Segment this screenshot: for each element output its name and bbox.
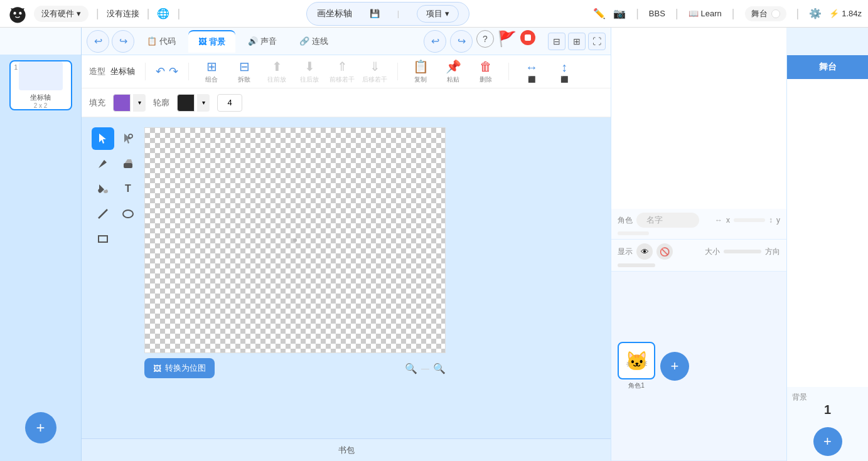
canvas-center-dot [293,238,297,242]
tool-row3: T [92,178,139,200]
zoom-out-button[interactable]: 🔍 [405,363,417,374]
convert-icon: 🖼 [153,364,161,373]
paste-button[interactable]: 📌 粘贴 [441,59,466,84]
line-tool[interactable] [92,203,114,225]
connect-label: 没有连接 [107,8,139,19]
tab-connect[interactable]: 🔗 连线 [289,31,338,52]
battery-display: ⚡ 1.84z [829,9,862,18]
ungroup-button[interactable]: ⊟ 拆散 [232,59,257,84]
zoom-in-button[interactable]: 🔍 [433,363,446,374]
node-tool[interactable] [117,127,139,150]
stage-tab[interactable]: 舞台 [787,55,868,79]
y-value[interactable] [618,231,649,235]
text-tool[interactable]: T [117,178,139,200]
tool-row4 [92,203,139,225]
redo-button[interactable]: ↪ [112,30,134,53]
convert-button[interactable]: 🖼 转换为位图 [144,358,215,378]
bottom-bar: 书包 [82,438,611,461]
sprite-item-1[interactable]: 🐱 角色1 [618,342,655,390]
copy-button[interactable]: 📋 复制 [408,59,433,84]
topbar: 没有硬件 ▾ | 没有连接 | 🌐 | 画坐标轴 💾 | 项目 ▾ ✏️ 📷 |… [0,0,868,28]
group-button[interactable]: ⊞ 组合 [199,59,224,84]
svg-rect-7 [99,236,107,242]
tab-code[interactable]: 📋 代码 [137,31,186,52]
bg-sprite-thumb[interactable]: 1 坐标轴 2 x 2 [9,60,72,110]
forward-label: 往前放 [267,75,286,84]
pen-icon[interactable]: ✏️ [593,8,606,19]
flip-right-button[interactable]: ↷ [169,65,178,78]
help-button[interactable]: ? [476,30,494,48]
backward-button[interactable]: ⬇ 往后放 [297,59,322,84]
eraser-tool[interactable] [117,152,139,175]
fill-color-swatch[interactable] [113,94,131,112]
ellipse-tool[interactable] [117,203,139,225]
redo-button2[interactable]: ↪ [450,30,473,53]
learn-label: Learn [701,9,722,18]
backward-label: 往后放 [300,75,319,84]
add-sprite-button-right[interactable]: + [660,352,689,381]
size-value[interactable] [724,250,761,253]
tab-sound[interactable]: 🔊 声音 [238,31,287,52]
learn-button[interactable]: 📖 Learn [689,9,722,18]
bbs-button[interactable]: BBS [649,9,665,18]
flip-h-icon: ↔ [525,60,538,75]
paste-icon: 📌 [446,59,461,74]
rect-tool[interactable] [92,228,114,250]
flip-h-button[interactable]: ↔ ⬛ [519,60,544,83]
select-tool[interactable] [92,127,114,150]
undo-button2[interactable]: ↩ [424,30,446,53]
canvas[interactable] [144,127,446,353]
title-icons: 💾 [370,9,380,18]
dir-value[interactable] [618,263,655,267]
brush-tool[interactable] [92,152,114,175]
dir-label: 方向 [765,246,780,257]
stroke-color-group[interactable]: ▾ [177,94,210,112]
split-v-button[interactable]: ⊞ [568,33,586,50]
bottom-label: 书包 [338,445,355,456]
stage-count-value: 1 [792,403,863,417]
stop-button[interactable] [520,30,535,45]
show-label: 显示 [618,246,633,257]
flip-v-button[interactable]: ↕ ⬛ [552,60,577,83]
add-stage-area: + [787,422,868,461]
stroke-color-dropdown[interactable]: ▾ [197,94,210,112]
stroke-width-input[interactable]: 4 [217,94,242,112]
flip-v-icon: ↕ [561,60,567,75]
delete-button[interactable]: 🗑 删除 [473,60,498,84]
flip-left-button[interactable]: ↶ [156,65,165,78]
stage-toggle-dot [771,9,780,18]
undo-button[interactable]: ↩ [87,30,109,53]
fill-tool[interactable] [92,178,114,200]
fill-color-group[interactable]: ▾ [113,94,146,112]
settings-icon[interactable]: ⚙️ [809,8,822,19]
show-button[interactable]: 👁 [636,243,653,260]
save-icon[interactable]: 💾 [370,9,380,18]
stroke-color-swatch[interactable] [177,94,195,112]
fullscreen-button[interactable]: ⛶ [588,33,606,50]
char-name-input[interactable]: 名字 [636,213,699,228]
forward-step-button[interactable]: ⇑ 前移若干 [330,59,355,84]
forward-button[interactable]: ⬆ 往前放 [264,59,289,84]
fill-color-dropdown[interactable]: ▾ [133,94,146,112]
zoom-sep: — [421,364,429,373]
topbar-right: ✏️ 📷 | BBS | 📖 Learn | 舞台 | ⚙️ ⚡ 1.84z [593,6,862,21]
add-sprite-button[interactable]: + [25,412,56,443]
split-h-button[interactable]: ⊟ [548,33,565,50]
green-flag-button[interactable]: 🚩 [498,30,517,53]
project-button[interactable]: 项目 ▾ [417,5,459,23]
sep1 [145,63,146,80]
add-stage-button[interactable]: + [813,427,842,456]
bg-tab-label: 背景 [209,36,225,48]
hide-button[interactable]: 🚫 [656,243,673,260]
hardware-selector[interactable]: 没有硬件 ▾ [34,6,88,22]
project-label: 项目 [426,8,442,19]
left-top-space [0,28,81,55]
stage-toggle[interactable]: 舞台 [745,6,786,21]
right-panel: 角色 名字 ↔ x ↕ y 显示 👁 🚫 大小 方向 🐱 角 [611,28,868,461]
tab-bg[interactable]: 🖼 背景 [188,30,235,53]
backward-step-button[interactable]: ⇓ 后移若干 [362,59,387,84]
x-value[interactable] [734,218,765,222]
connect-button[interactable]: 没有连接 [107,8,139,19]
language-button[interactable]: 🌐 [157,8,169,19]
camera-icon[interactable]: 📷 [613,8,626,19]
